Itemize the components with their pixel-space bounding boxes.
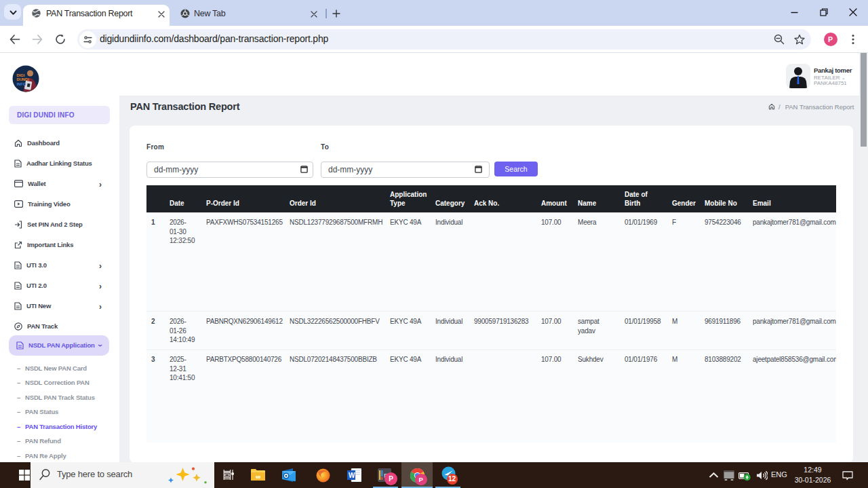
svg-text:DUNDI: DUNDI — [17, 77, 30, 81]
svg-text:DIGI: DIGI — [17, 73, 25, 77]
svg-text:W: W — [349, 472, 355, 479]
svg-text:INFO: INFO — [17, 82, 26, 86]
